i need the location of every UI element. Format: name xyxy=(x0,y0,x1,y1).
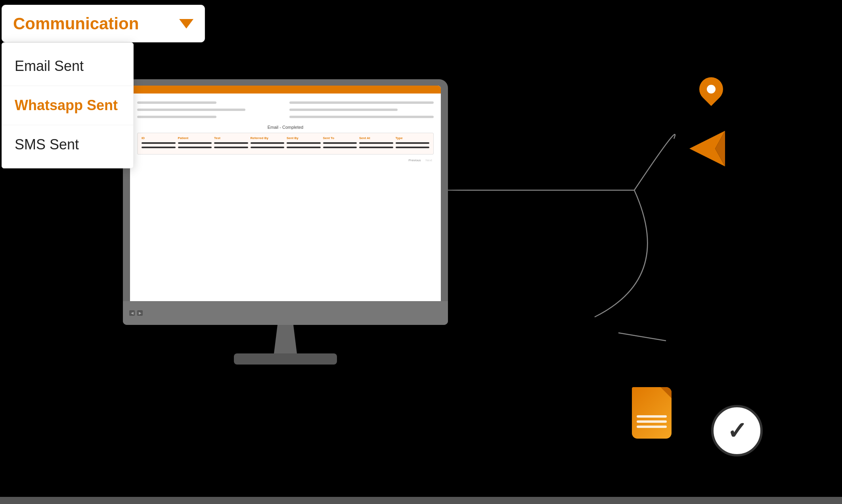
monitor: Email - Completed ID Patient Test Referr… xyxy=(123,79,448,325)
document-icon xyxy=(628,387,676,443)
cell xyxy=(287,147,321,148)
table-row xyxy=(142,142,429,144)
doc-line xyxy=(637,415,667,418)
check-circle-icon: ✓ xyxy=(711,405,763,456)
col-sent-at: Sent At xyxy=(359,136,393,140)
communication-dropdown[interactable]: Communication xyxy=(2,5,205,42)
cell xyxy=(142,142,176,144)
data-table: ID Patient Test Referred By Sent By Sent… xyxy=(137,133,434,155)
dropdown-trigger-label: Communication xyxy=(13,14,172,33)
cell xyxy=(396,142,430,144)
cell xyxy=(287,142,321,144)
cell xyxy=(251,142,285,144)
dropdown-item-sms-sent[interactable]: SMS Sent xyxy=(2,125,133,164)
cell xyxy=(214,147,248,148)
doc-line xyxy=(637,426,667,428)
screen-content: Email - Completed ID Patient Test Referr… xyxy=(130,94,441,166)
screen-line xyxy=(137,116,216,118)
right-lines xyxy=(289,101,434,121)
cell xyxy=(178,142,212,144)
left-lines xyxy=(137,101,281,121)
cell xyxy=(359,147,393,148)
doc-icon-fold xyxy=(660,387,672,398)
nav-arrows: ◀ ▶ xyxy=(129,310,143,316)
paper-plane-icon xyxy=(689,131,725,168)
pin-head xyxy=(695,73,728,106)
screen-line xyxy=(289,109,398,111)
cell xyxy=(323,142,357,144)
checkmark: ✓ xyxy=(727,417,747,445)
pagination-previous[interactable]: Previous xyxy=(408,158,421,162)
cell xyxy=(214,142,248,144)
table-title: Email - Completed xyxy=(137,125,434,130)
dropdown-item-email-sent[interactable]: Email Sent xyxy=(2,47,133,86)
doc-icon-lines xyxy=(637,415,667,431)
col-sent-to: Sent To xyxy=(323,136,357,140)
col-type: Type xyxy=(396,136,430,140)
monitor-bottom-strip: ◀ ▶ xyxy=(123,301,448,325)
col-test: Test xyxy=(214,136,248,140)
screen-line xyxy=(137,109,245,111)
screen-line xyxy=(289,116,434,118)
screen-line xyxy=(137,101,216,104)
monitor-screen: Email - Completed ID Patient Test Referr… xyxy=(130,86,441,301)
bottom-bar xyxy=(0,497,842,504)
cell xyxy=(178,147,212,148)
col-id: ID xyxy=(142,136,176,140)
doc-icon-body xyxy=(632,387,672,439)
dropdown-menu: Email Sent Whatsapp Sent SMS Sent xyxy=(2,42,134,168)
screen-top-lines xyxy=(137,101,434,121)
nav-arrow-left[interactable]: ◀ xyxy=(129,310,135,316)
col-sent-by: Sent By xyxy=(287,136,321,140)
cell xyxy=(251,147,285,148)
cell xyxy=(359,142,393,144)
dropdown-item-whatsapp-sent[interactable]: Whatsapp Sent xyxy=(2,86,133,125)
pagination-next[interactable]: Next xyxy=(426,158,432,162)
monitor-stand xyxy=(266,325,305,357)
cell xyxy=(396,147,430,148)
nav-arrow-right[interactable]: ▶ xyxy=(137,310,143,316)
col-patient: Patient xyxy=(178,136,212,140)
cell xyxy=(323,147,357,148)
col-referred-by: Referred By xyxy=(251,136,285,140)
cell xyxy=(142,147,176,148)
location-pin-icon xyxy=(697,77,725,113)
screen-line xyxy=(289,101,434,104)
chevron-down-icon xyxy=(179,19,193,29)
table-row xyxy=(142,147,429,148)
doc-line xyxy=(637,420,667,423)
pin-inner-circle xyxy=(707,85,716,94)
table-header-row: ID Patient Test Referred By Sent By Sent… xyxy=(142,136,429,140)
screen-header-bar xyxy=(130,86,441,94)
monitor-base xyxy=(234,353,337,365)
